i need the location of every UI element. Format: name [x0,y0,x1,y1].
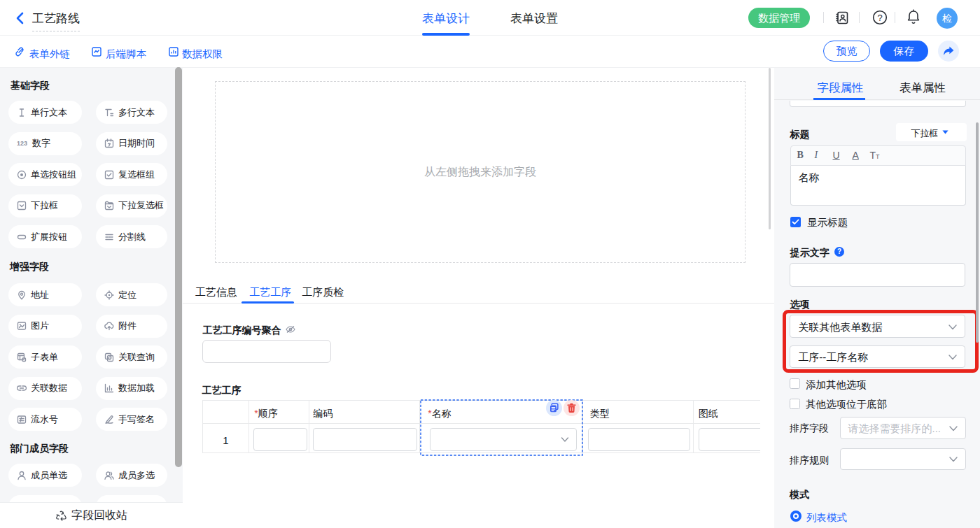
svg-text:?: ? [877,13,882,23]
